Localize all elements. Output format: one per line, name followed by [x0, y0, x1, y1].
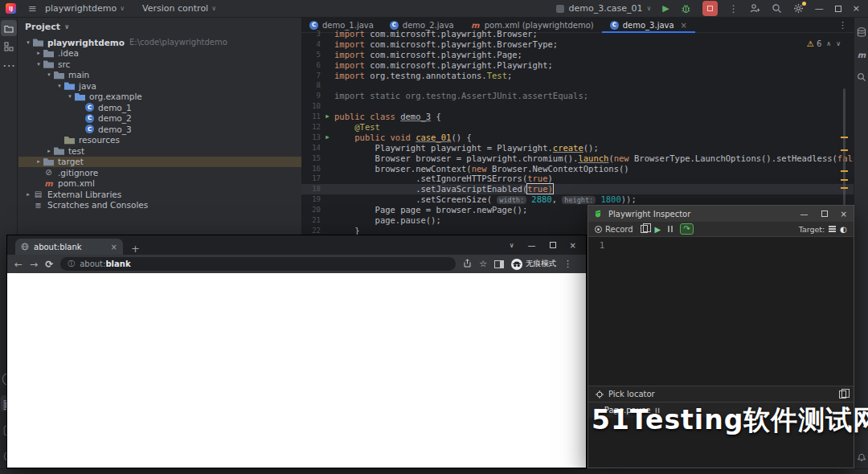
tab-close-icon[interactable]: × [681, 21, 687, 30]
stop-button[interactable] [702, 1, 718, 16]
tree-item[interactable]: ▾playwrightdemoE:\code\playwrightdemo [18, 37, 301, 48]
chevron-right-icon[interactable]: ▸ [34, 158, 43, 165]
more-actions-icon[interactable]: ⋮ [729, 3, 739, 14]
site-info-icon[interactable]: ⓘ [68, 259, 75, 269]
tree-item[interactable]: ▾java [18, 80, 301, 92]
maven-tool-window-button[interactable]: m [854, 47, 868, 63]
more-tool-windows-button[interactable]: ⋯ [1, 57, 17, 73]
tree-item[interactable]: ▾main [18, 70, 301, 81]
inspector-maximize-button[interactable] [821, 210, 828, 217]
tree-item[interactable]: ▸target [18, 157, 301, 168]
vcs-selector[interactable]: Version control ∨ [142, 3, 216, 14]
record-button[interactable]: Record [595, 225, 633, 234]
tree-item[interactable]: ▸▤External Libraries [18, 189, 301, 200]
tree-item[interactable]: mpom.xml [18, 178, 301, 190]
new-tab-button[interactable]: + [131, 243, 140, 255]
tree-item[interactable]: ▸.idea [18, 48, 301, 59]
debug-button[interactable] [681, 3, 691, 14]
code-line[interactable]: 15 Browser browser = playwright.chromium… [301, 153, 854, 164]
pause-button[interactable] [668, 226, 673, 232]
code-line[interactable]: 3import com.microsoft.playwright.Browser… [301, 29, 854, 39]
code-line[interactable]: 6import com.microsoft.playwright.Playwri… [301, 60, 854, 71]
browser-menu-icon[interactable]: ⋮ [563, 259, 572, 269]
tree-item[interactable]: Cdemo_3 [18, 124, 301, 135]
search-everywhere-button[interactable] [772, 3, 782, 14]
code-line[interactable]: 5import com.microsoft.playwright.Page; [301, 50, 854, 60]
pick-locator-bar[interactable]: Pick locator [588, 386, 854, 402]
chevron-down-icon[interactable]: ▾ [23, 39, 33, 46]
chevron-down-icon[interactable]: ▾ [65, 93, 75, 100]
browser-maximize-button[interactable] [550, 242, 556, 248]
code-line[interactable]: 14 Playwright playwright = Playwright.cr… [301, 143, 854, 153]
browser-minimize-button[interactable]: — [528, 241, 536, 250]
inspector-source-panel[interactable]: 1 [588, 237, 854, 386]
address-bar[interactable]: ⓘ about:blank [60, 257, 456, 271]
code-line[interactable]: 16 browser.newContext(new Browser.NewCon… [301, 164, 854, 174]
browser-tab[interactable]: about:blank × [15, 239, 123, 255]
chevron-right-icon[interactable]: ▸ [44, 148, 54, 154]
inspector-close-button[interactable]: × [841, 210, 847, 219]
code-line[interactable]: 9import static org.testng.AssertJUnit.as… [301, 91, 854, 101]
tree-item[interactable]: ▾org.example [18, 92, 301, 103]
tree-item[interactable]: ▾src [18, 59, 301, 70]
run-configuration-selector[interactable]: demo_3.case_01 ∨ [556, 3, 651, 14]
project-selector[interactable]: playwrightdemo ∨ [45, 3, 125, 14]
bookmark-button[interactable]: ☆ [479, 259, 487, 269]
prev-problem-icon[interactable]: ∧ [826, 40, 831, 47]
tab-search-icon[interactable]: ∨ [510, 242, 514, 249]
run-button[interactable]: ▶ [662, 3, 669, 14]
back-button[interactable]: ← [14, 259, 23, 270]
step-over-button[interactable]: ↷ [680, 223, 693, 235]
project-panel-header[interactable]: Project ∨ [18, 18, 301, 35]
window-maximize-button[interactable] [835, 6, 841, 12]
code-line[interactable]: 13▶ public void case_01() { [301, 133, 854, 143]
resume-button[interactable]: ▶ [655, 225, 661, 234]
code-with-me-button[interactable] [750, 3, 760, 14]
code-line[interactable]: 12 @Test [301, 122, 854, 133]
window-minimize-button[interactable]: — [815, 3, 824, 14]
target-language-icon[interactable] [829, 226, 836, 232]
copy-icon[interactable] [641, 225, 648, 233]
tree-item[interactable]: Cdemo_1 [18, 102, 301, 113]
tree-item[interactable]: Cdemo_2 [18, 113, 301, 125]
theme-toggle-icon[interactable]: ◐ [840, 225, 847, 234]
next-problem-icon[interactable]: ∨ [836, 40, 841, 47]
forward-button[interactable]: → [30, 259, 38, 270]
code-line[interactable]: 10 [301, 101, 854, 112]
code-line[interactable]: 8 [301, 80, 854, 91]
window-close-button[interactable]: × [853, 3, 860, 14]
tree-item[interactable]: ⊘.gitignore [18, 167, 301, 178]
tree-item[interactable]: resources [18, 135, 301, 146]
share-button[interactable] [463, 259, 472, 270]
code-line[interactable]: 17 .setIgnoreHTTPSErrors(true) [301, 174, 854, 184]
browser-close-button[interactable]: × [570, 241, 576, 250]
inspections-widget[interactable]: ⚠ 6 ∧ ∨ [807, 39, 841, 48]
run-gutter-icon[interactable]: ▶ [321, 133, 334, 143]
code-line[interactable]: 7import org.testng.annotations.Test; [301, 71, 854, 81]
side-panel-icon[interactable] [494, 260, 504, 268]
main-menu-icon[interactable]: ≡ [28, 2, 37, 14]
browser-viewport[interactable] [7, 273, 586, 468]
code-line[interactable]: 18 .setJavaScriptEnabled(true) [301, 184, 854, 194]
project-tool-window-button[interactable] [1, 20, 17, 36]
copy-icon[interactable] [839, 390, 846, 398]
code-line[interactable]: 11▶public class demo_3 { [301, 112, 854, 122]
run-gutter-icon[interactable]: ▶ [321, 112, 334, 122]
notifications-button[interactable] [854, 452, 868, 461]
code-line[interactable]: 4import com.microsoft.playwright.Browser… [301, 39, 854, 50]
inspector-minimize-button[interactable]: — [800, 210, 809, 219]
chevron-right-icon[interactable]: ▸ [34, 50, 43, 56]
chevron-right-icon[interactable]: ▸ [23, 191, 33, 198]
chevron-down-icon[interactable]: ▾ [44, 72, 54, 78]
tree-item[interactable]: ≣Scratches and Consoles [18, 200, 301, 211]
chevron-down-icon[interactable]: ▾ [55, 83, 64, 89]
structure-tool-window-button[interactable] [1, 39, 17, 55]
database-tool-window-button[interactable] [854, 24, 868, 40]
chevron-down-icon[interactable]: ▾ [34, 61, 43, 67]
tab-close-icon[interactable]: × [111, 243, 117, 251]
code-line[interactable]: 19 .setScreenSize( width: 2880, height: … [301, 194, 854, 205]
settings-button[interactable] [793, 3, 804, 14]
reload-button[interactable]: ⟳ [45, 259, 53, 270]
find-tool-window-button[interactable] [854, 69, 868, 85]
tree-item[interactable]: ▸test [18, 145, 301, 157]
